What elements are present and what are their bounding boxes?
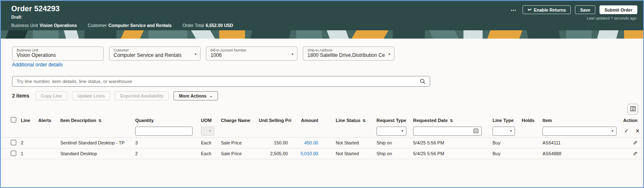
col-header-requested-date[interactable]: Requested Date⇅ <box>410 115 489 125</box>
submit-order-button[interactable]: Submit Order <box>599 5 637 14</box>
table-row: 2 Sentinel Standard Desktop - TP 3 Each … <box>1 137 643 148</box>
request-type-filter-dropdown[interactable]: ▾ <box>376 127 406 136</box>
uom-filter-dropdown: ▾ <box>201 127 214 136</box>
cell-item-description: Standard Desktop <box>57 148 132 159</box>
lines-toolbar: 2 items Copy Line Update Lines Expected … <box>12 91 218 100</box>
cell-charge-name: Sale Price <box>218 137 255 148</box>
col-header-unit-selling-price[interactable]: Unit Selling Price <box>255 115 291 125</box>
col-header-alerts[interactable]: Alerts <box>35 115 57 125</box>
cell-alerts <box>35 137 57 148</box>
meta-order-total: Order Total6,552.00 USD <box>183 23 233 28</box>
cell-amount: 5,010.00 <box>291 148 322 159</box>
line-type-filter-dropdown[interactable]: ▾ <box>493 127 515 136</box>
cell-request-type: Ship on <box>373 137 410 148</box>
enable-returns-button[interactable]: ↩ Enable Returns <box>523 5 571 14</box>
amount-link[interactable]: 450.00 <box>304 140 318 145</box>
sort-icon[interactable]: ⇅ <box>98 119 102 123</box>
header-actions: ⋯ ↩ Enable Returns Save Submit Order <box>509 5 637 14</box>
banner-art <box>1 30 643 39</box>
items-count: 2 items <box>12 93 29 99</box>
cell-line: 1 <box>17 148 35 159</box>
more-actions-button[interactable]: More Actions ⌄ <box>173 91 218 100</box>
chevron-down-icon: ▾ <box>209 129 211 133</box>
more-options-icon[interactable]: ⋯ <box>509 7 518 13</box>
chevron-down-icon: ▾ <box>612 129 613 133</box>
requested-date-filter-input[interactable] <box>413 127 482 136</box>
sort-icon[interactable]: ⇅ <box>362 119 366 123</box>
order-lines-table: Line Alerts Item Description⇅ Quantity U… <box>1 115 643 159</box>
item-filter-combobox[interactable]: ▾ <box>542 127 617 136</box>
col-header-item-description[interactable]: Item Description⇅ <box>57 115 132 125</box>
meta-business-unit: Business UnitVision Operations <box>11 23 77 28</box>
cell-requested-date: 5/4/25 5:56 PM <box>410 137 489 148</box>
header-meta: Business UnitVision Operations CustomerC… <box>11 23 233 28</box>
edit-line-icon[interactable]: ✎ <box>633 151 637 157</box>
clear-filter-icon[interactable]: ✕ <box>635 128 640 134</box>
manage-columns-button[interactable] <box>627 104 638 115</box>
line-search-bar <box>12 76 430 87</box>
edit-line-icon[interactable]: ✎ <box>633 140 637 146</box>
bill-to-account-field[interactable]: Bill-to Account Number 1006 ▾ <box>206 46 297 61</box>
col-header-amount[interactable]: Amount <box>291 115 322 125</box>
cell-line-status: Not Started <box>322 148 373 159</box>
select-all-checkbox[interactable] <box>11 117 16 122</box>
cell-unit-selling-price: 150.00 <box>255 137 291 148</box>
col-header-line[interactable]: Line <box>17 115 35 125</box>
return-arrow-icon: ↩ <box>528 7 531 12</box>
table-filter-row: ▾ ▾ ▾ ▾ <box>1 125 643 137</box>
expected-availability-button[interactable]: Expected Availability <box>115 91 169 100</box>
cell-line-type: Buy <box>489 148 518 159</box>
cell-line-type: Buy <box>489 137 518 148</box>
cell-uom: Each <box>198 148 218 159</box>
cell-holds <box>518 148 539 159</box>
meta-customer: CustomerComputer Service and Rentals <box>88 23 172 28</box>
last-updated-text: Last updated 7 seconds ago <box>587 16 637 20</box>
row-checkbox[interactable] <box>11 140 16 145</box>
save-button[interactable]: Save <box>575 5 595 14</box>
order-page: Order 524293 Draft Business UnitVision O… <box>0 0 644 188</box>
col-header-charge-name[interactable]: Charge Name <box>218 115 255 125</box>
col-header-line-status[interactable]: Line Status⇅ <box>322 115 373 125</box>
cell-charge-name: Sale Price <box>218 148 255 159</box>
sort-icon[interactable]: ⇅ <box>450 119 453 123</box>
search-icon[interactable] <box>420 78 426 84</box>
quantity-filter-input[interactable] <box>135 127 193 136</box>
business-unit-field[interactable]: Business Unit Vision Operations <box>12 46 104 61</box>
row-checkbox[interactable] <box>11 151 16 156</box>
columns-icon <box>630 105 636 113</box>
search-input[interactable] <box>17 79 420 84</box>
customer-field[interactable]: Customer Computer Service and Rentals ▾ <box>109 46 201 61</box>
col-header-uom[interactable]: UOM <box>198 115 218 125</box>
chevron-down-icon: ▾ <box>389 52 390 56</box>
chevron-down-icon: ▾ <box>510 129 512 133</box>
col-header-line-type[interactable]: Line Type <box>489 115 518 125</box>
col-header-request-type[interactable]: Request Type <box>373 115 410 125</box>
cell-holds <box>518 137 539 148</box>
col-header-item[interactable]: Item <box>539 115 620 125</box>
cell-request-type: Ship on <box>373 148 410 159</box>
cell-item: AS54111 <box>539 137 620 148</box>
cell-line: 2 <box>17 137 35 148</box>
ship-to-address-field[interactable]: Ship-to Address 1800 Satellite Drive,Dis… <box>303 46 394 61</box>
copy-line-button[interactable]: Copy Line <box>35 91 67 100</box>
cell-amount: 450.00 <box>291 137 322 148</box>
cell-item: AS54888 <box>539 148 620 159</box>
additional-order-details-link[interactable]: Additional order details <box>12 62 63 68</box>
cell-quantity: 2 <box>132 148 198 159</box>
amount-link[interactable]: 5,010.00 <box>300 151 318 156</box>
status-badge: Draft <box>11 15 22 20</box>
col-header-holds[interactable]: Holds <box>518 115 539 125</box>
update-lines-button[interactable]: Update Lines <box>72 91 110 100</box>
calendar-icon[interactable] <box>473 128 478 134</box>
table-row: 1 Standard Desktop 2 Each Sale Price 2,5… <box>1 148 643 159</box>
page-title: Order 524293 <box>11 5 59 13</box>
apply-filter-icon[interactable]: ✓ <box>624 128 629 134</box>
cell-item-description: Sentinel Standard Desktop - TP <box>57 137 132 148</box>
cell-alerts <box>35 148 57 159</box>
table-header-row: Line Alerts Item Description⇅ Quantity U… <box>1 115 643 125</box>
cell-uom: Each <box>198 137 218 148</box>
col-header-quantity[interactable]: Quantity <box>132 115 198 125</box>
col-header-action: Action <box>620 115 643 125</box>
chevron-down-icon: ▾ <box>195 52 196 56</box>
cell-unit-selling-price: 2,505.00 <box>255 148 291 159</box>
